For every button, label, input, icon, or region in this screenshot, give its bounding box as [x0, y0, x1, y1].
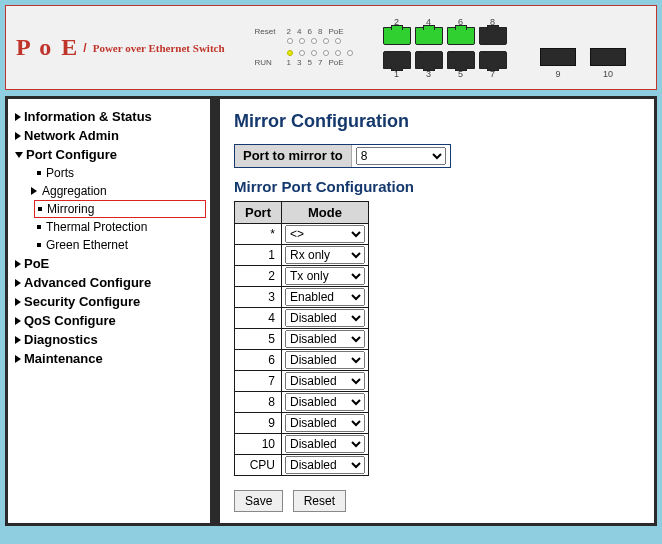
- nav-ports[interactable]: Ports: [34, 164, 206, 182]
- port-8-icon: [479, 27, 507, 45]
- nav-port-configure[interactable]: Port Configure: [12, 145, 206, 164]
- port-2-icon: [383, 27, 411, 45]
- port-cell: 3: [235, 287, 282, 308]
- mode-cell: Disabled: [282, 392, 369, 413]
- port-cell: 5: [235, 329, 282, 350]
- mode-cell: Disabled: [282, 308, 369, 329]
- nav-information-status[interactable]: Information & Status: [12, 107, 206, 126]
- mode-select[interactable]: Disabled: [285, 393, 365, 411]
- mode-cell: Disabled: [282, 371, 369, 392]
- nav-diagnostics[interactable]: Diagnostics: [12, 330, 206, 349]
- mode-select[interactable]: Rx only: [285, 246, 365, 264]
- table-row: 1Rx only: [235, 245, 369, 266]
- mode-cell: Disabled: [282, 434, 369, 455]
- mode-select[interactable]: Disabled: [285, 372, 365, 390]
- nav-poe[interactable]: PoE: [12, 254, 206, 273]
- table-row: *<>: [235, 224, 369, 245]
- table-row: 4Disabled: [235, 308, 369, 329]
- port-cell: 9: [235, 413, 282, 434]
- port-10-icon: [590, 48, 626, 66]
- table-row: 6Disabled: [235, 350, 369, 371]
- mode-select[interactable]: Disabled: [285, 351, 365, 369]
- mode-select[interactable]: Disabled: [285, 309, 365, 327]
- port-4-icon: [415, 27, 443, 45]
- table-row: 10Disabled: [235, 434, 369, 455]
- table-row: 9Disabled: [235, 413, 369, 434]
- table-row: 8Disabled: [235, 392, 369, 413]
- port-to-mirror-to-label: Port to mirror to: [235, 145, 352, 167]
- mode-select[interactable]: Disabled: [285, 456, 365, 474]
- table-row: 3Enabled: [235, 287, 369, 308]
- nav-network-admin[interactable]: Network Admin: [12, 126, 206, 145]
- logo: P o E / Power over Ethernet Switch: [16, 34, 225, 61]
- mode-cell: <>: [282, 224, 369, 245]
- uplink-ports: 9 10: [540, 48, 626, 79]
- nav-thermal-protection[interactable]: Thermal Protection: [34, 218, 206, 236]
- port-to-mirror-to-box: Port to mirror to 8: [234, 144, 451, 168]
- port-to-mirror-to-select[interactable]: 8: [356, 147, 446, 165]
- section-title: Mirror Port Configuration: [234, 178, 640, 195]
- port-1-icon: [383, 51, 411, 69]
- mode-cell: Disabled: [282, 455, 369, 476]
- port-indicators: 2 4 6 8 1 3 5 7: [383, 17, 507, 79]
- bottom-port-row: [383, 51, 507, 69]
- port-cell: 6: [235, 350, 282, 371]
- led-indicators: Reset 2 4 6 8 PoE RUN 1 3 5 7 PoE: [255, 27, 353, 69]
- content-area: Mirror Configuration Port to mirror to 8…: [215, 96, 657, 526]
- port-cell: *: [235, 224, 282, 245]
- mode-select[interactable]: Disabled: [285, 330, 365, 348]
- switch-panel: P o E / Power over Ethernet Switch Reset…: [5, 5, 657, 90]
- mode-cell: Rx only: [282, 245, 369, 266]
- mode-cell: Disabled: [282, 350, 369, 371]
- table-row: 2Tx only: [235, 266, 369, 287]
- nav-aggregation[interactable]: Aggregation: [34, 182, 206, 200]
- port-9-icon: [540, 48, 576, 66]
- logo-text: P o E: [16, 34, 79, 61]
- mode-cell: Enabled: [282, 287, 369, 308]
- nav-mirroring[interactable]: Mirroring: [34, 200, 206, 218]
- mirror-port-table: Port Mode *<>1Rx only2Tx only3Enabled4Di…: [234, 201, 369, 476]
- table-row: CPUDisabled: [235, 455, 369, 476]
- mode-select[interactable]: <>: [285, 225, 365, 243]
- sidebar: Information & Status Network Admin Port …: [5, 96, 215, 526]
- nav-maintenance[interactable]: Maintenance: [12, 349, 206, 368]
- port-cell: 10: [235, 434, 282, 455]
- top-port-row: [383, 27, 507, 45]
- table-row: 5Disabled: [235, 329, 369, 350]
- column-mode: Mode: [282, 202, 369, 224]
- port-cell: 7: [235, 371, 282, 392]
- column-port: Port: [235, 202, 282, 224]
- port-cell: 1: [235, 245, 282, 266]
- mode-cell: Tx only: [282, 266, 369, 287]
- port-7-icon: [479, 51, 507, 69]
- nav-green-ethernet[interactable]: Green Ethernet: [34, 236, 206, 254]
- nav-advanced-configure[interactable]: Advanced Configure: [12, 273, 206, 292]
- mode-cell: Disabled: [282, 329, 369, 350]
- table-row: 7Disabled: [235, 371, 369, 392]
- port-cell: 4: [235, 308, 282, 329]
- mode-select[interactable]: Tx only: [285, 267, 365, 285]
- port-cell: 2: [235, 266, 282, 287]
- port-cell: CPU: [235, 455, 282, 476]
- nav-security-configure[interactable]: Security Configure: [12, 292, 206, 311]
- port-cell: 8: [235, 392, 282, 413]
- logo-caption: Power over Ethernet Switch: [93, 42, 225, 54]
- port-5-icon: [447, 51, 475, 69]
- nav-qos-configure[interactable]: QoS Configure: [12, 311, 206, 330]
- save-button[interactable]: Save: [234, 490, 283, 512]
- mode-select[interactable]: Disabled: [285, 414, 365, 432]
- mode-cell: Disabled: [282, 413, 369, 434]
- page-title: Mirror Configuration: [234, 111, 640, 132]
- port-3-icon: [415, 51, 443, 69]
- mode-select[interactable]: Disabled: [285, 435, 365, 453]
- reset-button[interactable]: Reset: [293, 490, 346, 512]
- mode-select[interactable]: Enabled: [285, 288, 365, 306]
- port-6-icon: [447, 27, 475, 45]
